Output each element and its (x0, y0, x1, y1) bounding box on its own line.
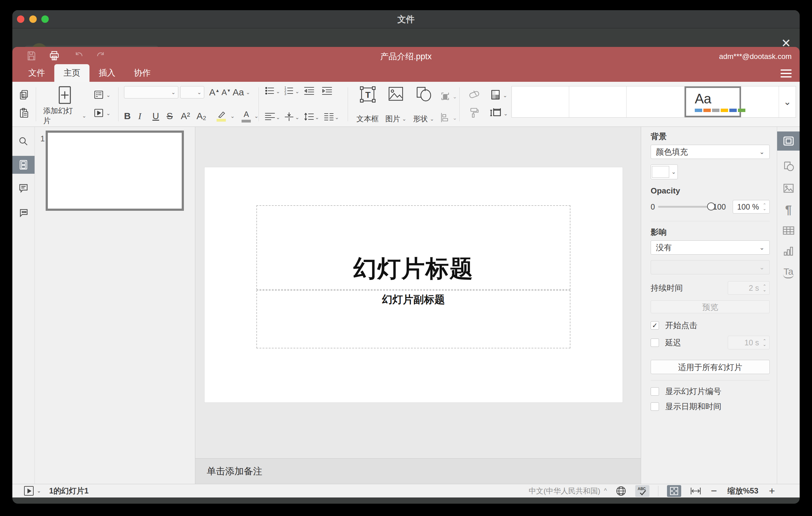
eraser-icon[interactable] (468, 89, 480, 101)
theme-thumbnail[interactable] (512, 86, 569, 117)
chart-settings-tab-icon[interactable] (777, 242, 800, 261)
subtitle-placeholder[interactable]: 幻灯片副标题 (256, 290, 571, 348)
effect-select[interactable]: 没有⌄ (651, 240, 770, 255)
editor-header: 产品介绍.pptx adm***@dootask.com 文件 主页 插入 协作 (12, 47, 800, 82)
apply-to-all-slides-button[interactable]: 适用于所有幻灯片 (651, 360, 770, 374)
background-label: 背景 (651, 131, 770, 142)
shape-button[interactable]: 形状⌄ (409, 85, 438, 124)
delay-checkbox[interactable]: ✓ (651, 339, 659, 347)
svg-text:ABC: ABC (638, 487, 646, 491)
theme-sample-text: Aa (695, 92, 712, 106)
tab-home[interactable]: 主页 (54, 64, 89, 82)
spellcheck-toggle-icon[interactable]: ABC (635, 485, 649, 497)
font-size-select[interactable]: ⌄ (180, 86, 204, 98)
line-spacing-icon[interactable] (304, 112, 314, 122)
highlight-color-icon[interactable] (212, 111, 230, 122)
arrange-icon[interactable] (440, 91, 451, 103)
increase-indent-icon[interactable] (322, 86, 332, 96)
start-on-click-checkbox[interactable]: ✓ (651, 321, 659, 329)
background-fill-select[interactable]: 颜色填充⌄ (651, 145, 770, 159)
text-box-button[interactable]: T 文本框 (353, 85, 382, 124)
opacity-spinner[interactable]: 100 %⌃⌄ (733, 200, 770, 213)
change-case-icon[interactable]: Aa (233, 87, 244, 97)
status-bar: ⌄ 1的幻灯片1 中文(中华人民共和国) ^ ABC − 缩放%53 + (12, 484, 800, 497)
clipboard-group (19, 82, 30, 127)
opacity-slider-knob[interactable] (707, 202, 715, 210)
preview-button[interactable]: 预览 (651, 300, 770, 313)
effect-type-select[interactable]: ⌄ (651, 260, 770, 274)
text-art-settings-tab-icon[interactable]: Ta (777, 263, 800, 282)
bold-icon[interactable]: B (124, 111, 138, 121)
font-color-icon[interactable]: A (238, 110, 254, 122)
add-slide-button[interactable]: 添加幻灯片⌄ (43, 82, 86, 127)
align-objects-icon[interactable] (440, 112, 451, 124)
numbered-list-icon[interactable]: 123 (284, 86, 294, 96)
decrease-font-icon[interactable]: A▼ (222, 88, 231, 97)
superscript-icon[interactable]: A² (181, 111, 197, 121)
shape-settings-tab-icon[interactable] (777, 156, 800, 175)
search-icon[interactable] (12, 133, 34, 150)
strikethrough-icon[interactable]: S (167, 111, 181, 121)
slides-panel-icon[interactable] (12, 156, 34, 174)
start-slideshow-status-icon[interactable] (24, 486, 34, 496)
image-button[interactable]: 图片⌄ (382, 85, 409, 124)
paste-icon[interactable] (19, 107, 30, 120)
tab-collaborate[interactable]: 协作 (125, 64, 160, 82)
start-slideshow-icon[interactable] (93, 107, 104, 120)
menu-icon[interactable] (781, 69, 792, 78)
slideshow-options-chevron-icon[interactable]: ⌄ (37, 488, 41, 494)
insert-group: T 文本框 图片⌄ 形状⌄ ⌄ ⌄ (353, 82, 459, 127)
slide-editing-area[interactable]: 幻灯片标题 幻灯片副标题 (205, 167, 622, 402)
ribbon-tabs: 文件 主页 插入 协作 (12, 64, 800, 82)
zoom-out-button[interactable]: − (711, 485, 717, 497)
subscript-icon[interactable]: A₂ (197, 111, 212, 121)
fit-to-width-icon[interactable] (690, 486, 701, 496)
font-name-select[interactable]: ⌄ (124, 86, 178, 98)
slide-size-icon[interactable] (490, 108, 502, 119)
language-caret-icon[interactable]: ^ (604, 487, 607, 494)
theme-gallery: Aa ⌄ (512, 86, 796, 118)
copy-icon[interactable] (19, 89, 30, 102)
background-color-picker[interactable]: ⌄ (651, 165, 678, 179)
columns-icon[interactable] (324, 112, 334, 122)
fit-to-slide-toggle-icon[interactable] (667, 485, 681, 497)
slide-settings-tab-icon[interactable] (777, 132, 800, 151)
table-settings-tab-icon[interactable] (777, 221, 800, 240)
set-language-globe-icon[interactable] (615, 485, 627, 496)
opacity-slider[interactable] (658, 206, 711, 208)
slide-subtitle-text: 幻灯片副标题 (382, 292, 445, 307)
theme-thumbnail[interactable] (741, 86, 779, 117)
notes-area[interactable]: 单击添加备注 (195, 458, 641, 484)
decrease-indent-icon[interactable] (304, 86, 314, 96)
underline-icon[interactable]: U (152, 111, 167, 121)
zoom-in-button[interactable]: + (769, 485, 775, 497)
theme-thumbnail-selected[interactable]: Aa (685, 86, 741, 117)
increase-font-icon[interactable]: A▲ (209, 87, 220, 97)
vertical-align-icon[interactable] (284, 112, 294, 122)
image-settings-tab-icon[interactable] (777, 179, 800, 198)
chat-icon[interactable] (12, 203, 34, 221)
theme-thumbnail[interactable] (569, 86, 627, 117)
show-date-time-checkbox[interactable]: ✓ (651, 402, 659, 411)
horizontal-align-icon[interactable] (265, 112, 275, 122)
notes-placeholder-text: 单击添加备注 (207, 465, 262, 478)
delay-spinner[interactable]: 10 s⌃⌄ (728, 336, 770, 349)
window-title: 文件 (12, 10, 800, 28)
language-indicator[interactable]: 中文(中华人民共和国) (529, 486, 600, 496)
slide-layout-icon[interactable] (93, 89, 104, 102)
italic-icon[interactable]: I (138, 111, 152, 121)
opacity-min-label: 0 (651, 202, 655, 211)
paragraph-settings-tab-icon[interactable]: ¶ (777, 200, 800, 220)
tab-file[interactable]: 文件 (19, 64, 54, 82)
tab-insert[interactable]: 插入 (89, 64, 125, 82)
title-placeholder[interactable]: 幻灯片标题 (256, 205, 571, 290)
bullet-list-icon[interactable] (265, 86, 275, 96)
color-scheme-icon[interactable] (490, 89, 501, 102)
comments-icon[interactable] (12, 179, 34, 197)
duration-spinner[interactable]: 2 s⌃⌄ (728, 281, 770, 295)
show-slide-number-checkbox[interactable]: ✓ (651, 387, 659, 396)
paint-roller-icon[interactable] (468, 107, 480, 119)
slide-thumbnail[interactable] (46, 131, 184, 211)
theme-gallery-expand-icon[interactable]: ⌄ (779, 86, 796, 117)
theme-thumbnail[interactable] (627, 86, 685, 117)
